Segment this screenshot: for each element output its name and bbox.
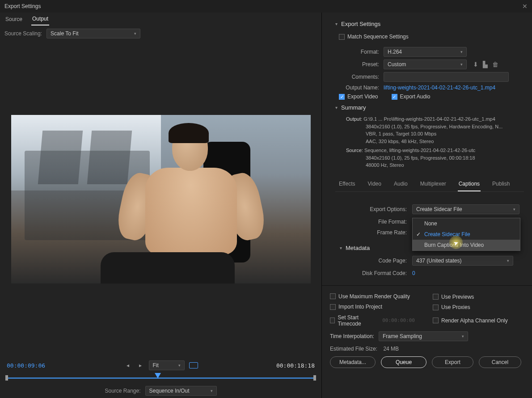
- menu-item-sidecar[interactable]: ✓ Create Sidecar File: [413, 229, 520, 240]
- file-format-label: File Format:: [340, 219, 407, 225]
- set-start-timecode-checkbox[interactable]: Set Start Timecode 00:00:00:00: [330, 314, 415, 327]
- window-title: Export Settings: [4, 3, 41, 9]
- chevron-down-icon: ▾: [335, 21, 338, 26]
- tab-video[interactable]: Video: [367, 177, 382, 191]
- tab-audio[interactable]: Audio: [393, 177, 409, 191]
- tab-output[interactable]: Output: [31, 13, 49, 25]
- duration-timecode: 00:00:18:18: [276, 362, 315, 369]
- export-video-checkbox[interactable]: ✓ Export Video: [339, 93, 378, 100]
- comments-label: Comments:: [339, 74, 379, 80]
- frame-rate-label: Frame Rate:: [340, 229, 407, 236]
- left-panel: Source Output Source Scaling: Scale To F…: [0, 13, 322, 398]
- source-scaling-dropdown[interactable]: Scale To Fit ▾: [46, 29, 140, 38]
- metadata-button[interactable]: Metadata...: [330, 356, 376, 368]
- video-preview: [11, 115, 311, 284]
- export-options-dropdown[interactable]: Create Sidecar File ▾: [412, 204, 519, 214]
- chevron-down-icon: ▾: [460, 50, 463, 54]
- code-page-dropdown[interactable]: 437 (United states) ▾: [412, 256, 513, 266]
- settings-tabstrip: Effects Video Audio Multiplexer Captions…: [335, 177, 524, 192]
- code-page-label: Code Page:: [340, 258, 407, 264]
- filesize-value: 24 MB: [383, 346, 399, 352]
- timeline: 00:00:09:06 ◂ ▸ Fit ▾ 00:00:18:18: [0, 357, 321, 384]
- disk-format-label: Disk Format Code:: [340, 270, 407, 276]
- check-icon: ✓: [416, 231, 421, 237]
- export-options-label: Export Options:: [340, 206, 407, 212]
- preset-label: Preset:: [339, 61, 379, 68]
- source-scaling-label: Source Scaling:: [4, 30, 42, 37]
- format-dropdown[interactable]: H.264 ▾: [384, 47, 467, 57]
- export-button[interactable]: Export: [432, 356, 473, 368]
- queue-button[interactable]: Queue: [381, 356, 426, 368]
- preview-area: [0, 41, 321, 357]
- tab-effects[interactable]: Effects: [338, 177, 356, 191]
- filesize-label: Estimated File Size:: [330, 346, 377, 352]
- chevron-down-icon: ▾: [134, 31, 136, 36]
- preset-dropdown[interactable]: Custom ▾: [384, 59, 467, 69]
- use-previews-checkbox[interactable]: Use Previews: [433, 294, 474, 300]
- aspect-ratio-icon[interactable]: [189, 362, 198, 368]
- export-options-menu: None ✓ Create Sidecar File Burn Captions…: [412, 218, 520, 251]
- output-name-link[interactable]: lifting-weights-2021-04-02-21-42-26-utc_…: [384, 85, 495, 91]
- timeline-slider[interactable]: [7, 374, 315, 385]
- chevron-down-icon: ▾: [507, 258, 509, 263]
- current-timecode[interactable]: 00:00:09:06: [7, 362, 45, 369]
- right-panel: ▾ Export Settings Match Sequence Setting…: [322, 13, 532, 398]
- tab-multiplexer[interactable]: Multiplexer: [419, 177, 447, 191]
- comments-input[interactable]: [384, 72, 509, 82]
- scaling-row: Source Scaling: Scale To Fit ▾: [0, 26, 321, 41]
- time-interpolation-label: Time Interpolation:: [330, 333, 374, 339]
- max-render-quality-checkbox[interactable]: Use Maximum Render Quality: [330, 293, 410, 300]
- save-preset-icon[interactable]: ⬇: [473, 61, 478, 68]
- chevron-down-icon: ▾: [513, 207, 515, 212]
- format-label: Format:: [339, 49, 379, 55]
- close-icon[interactable]: ✕: [522, 3, 528, 10]
- summary-header[interactable]: ▾ Summary: [335, 104, 524, 111]
- export-settings-header[interactable]: ▾ Export Settings: [335, 21, 524, 27]
- mark-in-icon[interactable]: ◂: [124, 362, 132, 369]
- preview-tabs: Source Output: [0, 13, 321, 26]
- source-range-dropdown[interactable]: Sequence In/Out ▾: [145, 386, 217, 396]
- use-proxies-checkbox[interactable]: Use Proxies: [433, 304, 470, 310]
- chevron-down-icon: ▾: [211, 389, 213, 393]
- time-interpolation-dropdown[interactable]: Frame Sampling ▾: [379, 331, 468, 341]
- chevron-down-icon: ▾: [178, 363, 181, 368]
- output-name-label: Output Name:: [339, 85, 379, 91]
- start-timecode-value: 00:00:00:00: [382, 318, 415, 323]
- captions-panel: Export Options: Create Sidecar File ▾ No…: [335, 192, 524, 285]
- chevron-down-icon: ▾: [460, 62, 463, 67]
- chevron-down-icon: ▾: [335, 105, 338, 110]
- cancel-button[interactable]: Cancel: [479, 356, 521, 368]
- chevron-down-icon: ▾: [340, 246, 342, 250]
- tab-publish[interactable]: Publish: [491, 177, 511, 191]
- playhead[interactable]: [155, 373, 161, 378]
- summary-body: Output: G:\9.1 ... Pro\lifting-weights-2…: [335, 115, 524, 169]
- chevron-down-icon: ▾: [462, 334, 464, 339]
- titlebar: Export Settings ✕: [0, 0, 532, 13]
- zoom-fit-dropdown[interactable]: Fit ▾: [149, 360, 185, 370]
- menu-item-none[interactable]: None: [413, 218, 520, 229]
- menu-item-burn[interactable]: Burn Captions Into Video: [413, 240, 520, 250]
- tab-captions[interactable]: Captions: [458, 177, 481, 191]
- mark-out-icon[interactable]: ▸: [136, 362, 144, 369]
- disk-format-value[interactable]: 0: [412, 270, 415, 276]
- render-alpha-checkbox[interactable]: Render Alpha Channel Only: [433, 318, 508, 324]
- import-into-project-checkbox[interactable]: Import Into Project: [330, 304, 382, 310]
- source-range-row: Source Range: Sequence In/Out ▾: [0, 384, 321, 398]
- import-preset-icon[interactable]: ▙: [483, 61, 488, 68]
- match-sequence-checkbox[interactable]: Match Sequence Settings: [339, 34, 409, 40]
- delete-preset-icon[interactable]: 🗑: [492, 61, 498, 68]
- bottom-options: Use Maximum Render Quality Use Previews …: [322, 285, 532, 373]
- export-audio-checkbox[interactable]: ✓ Export Audio: [392, 93, 431, 100]
- source-range-label: Source Range:: [105, 388, 140, 394]
- tab-source[interactable]: Source: [4, 13, 23, 25]
